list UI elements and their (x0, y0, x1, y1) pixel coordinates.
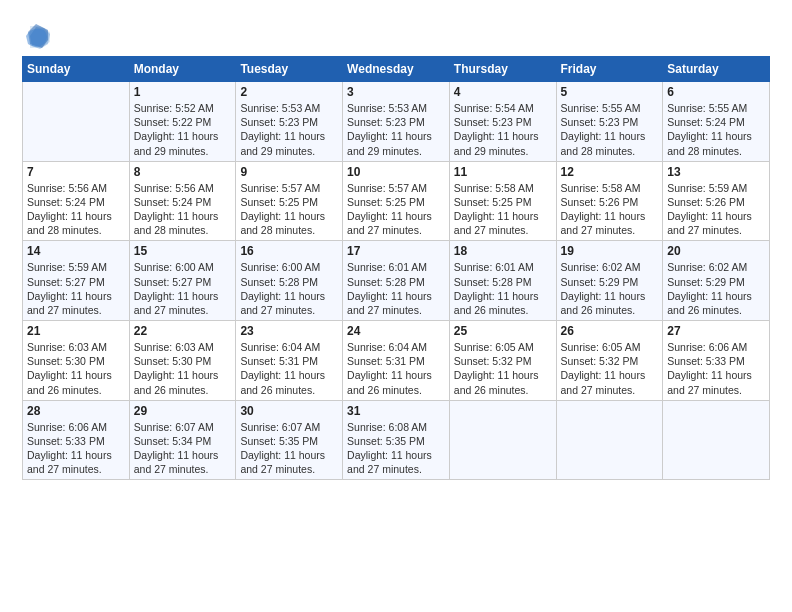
day-cell: 31Sunrise: 6:08 AM Sunset: 5:35 PM Dayli… (343, 400, 450, 480)
header (22, 18, 770, 50)
day-number: 6 (667, 85, 765, 99)
day-cell: 15Sunrise: 6:00 AM Sunset: 5:27 PM Dayli… (129, 241, 236, 321)
day-number: 7 (27, 165, 125, 179)
day-info: Sunrise: 6:02 AM Sunset: 5:29 PM Dayligh… (561, 260, 659, 317)
weekday-header-friday: Friday (556, 57, 663, 82)
day-info: Sunrise: 6:00 AM Sunset: 5:28 PM Dayligh… (240, 260, 338, 317)
day-number: 4 (454, 85, 552, 99)
day-cell: 9Sunrise: 5:57 AM Sunset: 5:25 PM Daylig… (236, 161, 343, 241)
day-cell: 11Sunrise: 5:58 AM Sunset: 5:25 PM Dayli… (449, 161, 556, 241)
day-number: 15 (134, 244, 232, 258)
day-info: Sunrise: 5:58 AM Sunset: 5:26 PM Dayligh… (561, 181, 659, 238)
day-number: 22 (134, 324, 232, 338)
day-info: Sunrise: 6:07 AM Sunset: 5:35 PM Dayligh… (240, 420, 338, 477)
day-number: 3 (347, 85, 445, 99)
calendar: SundayMondayTuesdayWednesdayThursdayFrid… (22, 56, 770, 480)
day-cell (556, 400, 663, 480)
weekday-header-sunday: Sunday (23, 57, 130, 82)
day-cell: 12Sunrise: 5:58 AM Sunset: 5:26 PM Dayli… (556, 161, 663, 241)
day-number: 2 (240, 85, 338, 99)
day-cell: 1Sunrise: 5:52 AM Sunset: 5:22 PM Daylig… (129, 82, 236, 162)
day-cell: 25Sunrise: 6:05 AM Sunset: 5:32 PM Dayli… (449, 321, 556, 401)
day-cell: 30Sunrise: 6:07 AM Sunset: 5:35 PM Dayli… (236, 400, 343, 480)
day-info: Sunrise: 6:00 AM Sunset: 5:27 PM Dayligh… (134, 260, 232, 317)
day-cell: 4Sunrise: 5:54 AM Sunset: 5:23 PM Daylig… (449, 82, 556, 162)
day-number: 17 (347, 244, 445, 258)
day-info: Sunrise: 5:54 AM Sunset: 5:23 PM Dayligh… (454, 101, 552, 158)
day-info: Sunrise: 6:06 AM Sunset: 5:33 PM Dayligh… (27, 420, 125, 477)
day-number: 20 (667, 244, 765, 258)
day-cell: 8Sunrise: 5:56 AM Sunset: 5:24 PM Daylig… (129, 161, 236, 241)
day-info: Sunrise: 5:59 AM Sunset: 5:27 PM Dayligh… (27, 260, 125, 317)
day-cell: 10Sunrise: 5:57 AM Sunset: 5:25 PM Dayli… (343, 161, 450, 241)
day-info: Sunrise: 5:58 AM Sunset: 5:25 PM Dayligh… (454, 181, 552, 238)
day-cell: 13Sunrise: 5:59 AM Sunset: 5:26 PM Dayli… (663, 161, 770, 241)
day-cell: 28Sunrise: 6:06 AM Sunset: 5:33 PM Dayli… (23, 400, 130, 480)
day-info: Sunrise: 6:01 AM Sunset: 5:28 PM Dayligh… (454, 260, 552, 317)
day-info: Sunrise: 5:56 AM Sunset: 5:24 PM Dayligh… (27, 181, 125, 238)
day-cell: 29Sunrise: 6:07 AM Sunset: 5:34 PM Dayli… (129, 400, 236, 480)
day-cell: 3Sunrise: 5:53 AM Sunset: 5:23 PM Daylig… (343, 82, 450, 162)
day-info: Sunrise: 5:59 AM Sunset: 5:26 PM Dayligh… (667, 181, 765, 238)
day-info: Sunrise: 5:57 AM Sunset: 5:25 PM Dayligh… (347, 181, 445, 238)
day-number: 19 (561, 244, 659, 258)
day-info: Sunrise: 5:52 AM Sunset: 5:22 PM Dayligh… (134, 101, 232, 158)
day-cell: 16Sunrise: 6:00 AM Sunset: 5:28 PM Dayli… (236, 241, 343, 321)
day-number: 8 (134, 165, 232, 179)
day-number: 10 (347, 165, 445, 179)
day-info: Sunrise: 6:01 AM Sunset: 5:28 PM Dayligh… (347, 260, 445, 317)
day-number: 11 (454, 165, 552, 179)
day-cell (23, 82, 130, 162)
day-number: 18 (454, 244, 552, 258)
day-number: 16 (240, 244, 338, 258)
day-cell: 19Sunrise: 6:02 AM Sunset: 5:29 PM Dayli… (556, 241, 663, 321)
week-row-3: 14Sunrise: 5:59 AM Sunset: 5:27 PM Dayli… (23, 241, 770, 321)
week-row-5: 28Sunrise: 6:06 AM Sunset: 5:33 PM Dayli… (23, 400, 770, 480)
week-row-4: 21Sunrise: 6:03 AM Sunset: 5:30 PM Dayli… (23, 321, 770, 401)
day-number: 29 (134, 404, 232, 418)
day-cell: 18Sunrise: 6:01 AM Sunset: 5:28 PM Dayli… (449, 241, 556, 321)
day-cell: 2Sunrise: 5:53 AM Sunset: 5:23 PM Daylig… (236, 82, 343, 162)
logo (22, 22, 54, 50)
week-row-1: 1Sunrise: 5:52 AM Sunset: 5:22 PM Daylig… (23, 82, 770, 162)
day-number: 13 (667, 165, 765, 179)
weekday-header-tuesday: Tuesday (236, 57, 343, 82)
day-info: Sunrise: 6:08 AM Sunset: 5:35 PM Dayligh… (347, 420, 445, 477)
day-cell: 26Sunrise: 6:05 AM Sunset: 5:32 PM Dayli… (556, 321, 663, 401)
day-number: 14 (27, 244, 125, 258)
day-cell: 24Sunrise: 6:04 AM Sunset: 5:31 PM Dayli… (343, 321, 450, 401)
day-info: Sunrise: 5:57 AM Sunset: 5:25 PM Dayligh… (240, 181, 338, 238)
day-number: 24 (347, 324, 445, 338)
day-info: Sunrise: 6:02 AM Sunset: 5:29 PM Dayligh… (667, 260, 765, 317)
day-number: 23 (240, 324, 338, 338)
day-cell (663, 400, 770, 480)
day-info: Sunrise: 5:55 AM Sunset: 5:23 PM Dayligh… (561, 101, 659, 158)
logo-icon (22, 22, 50, 50)
day-number: 31 (347, 404, 445, 418)
day-info: Sunrise: 6:04 AM Sunset: 5:31 PM Dayligh… (240, 340, 338, 397)
day-info: Sunrise: 5:53 AM Sunset: 5:23 PM Dayligh… (240, 101, 338, 158)
day-number: 30 (240, 404, 338, 418)
day-info: Sunrise: 5:56 AM Sunset: 5:24 PM Dayligh… (134, 181, 232, 238)
day-number: 21 (27, 324, 125, 338)
day-info: Sunrise: 6:03 AM Sunset: 5:30 PM Dayligh… (27, 340, 125, 397)
day-info: Sunrise: 6:04 AM Sunset: 5:31 PM Dayligh… (347, 340, 445, 397)
weekday-header-row: SundayMondayTuesdayWednesdayThursdayFrid… (23, 57, 770, 82)
day-cell: 27Sunrise: 6:06 AM Sunset: 5:33 PM Dayli… (663, 321, 770, 401)
weekday-header-thursday: Thursday (449, 57, 556, 82)
weekday-header-wednesday: Wednesday (343, 57, 450, 82)
day-cell: 7Sunrise: 5:56 AM Sunset: 5:24 PM Daylig… (23, 161, 130, 241)
day-cell: 17Sunrise: 6:01 AM Sunset: 5:28 PM Dayli… (343, 241, 450, 321)
day-number: 5 (561, 85, 659, 99)
day-cell: 22Sunrise: 6:03 AM Sunset: 5:30 PM Dayli… (129, 321, 236, 401)
day-cell: 20Sunrise: 6:02 AM Sunset: 5:29 PM Dayli… (663, 241, 770, 321)
day-cell: 5Sunrise: 5:55 AM Sunset: 5:23 PM Daylig… (556, 82, 663, 162)
week-row-2: 7Sunrise: 5:56 AM Sunset: 5:24 PM Daylig… (23, 161, 770, 241)
day-info: Sunrise: 5:53 AM Sunset: 5:23 PM Dayligh… (347, 101, 445, 158)
day-info: Sunrise: 6:05 AM Sunset: 5:32 PM Dayligh… (454, 340, 552, 397)
day-number: 25 (454, 324, 552, 338)
day-info: Sunrise: 6:03 AM Sunset: 5:30 PM Dayligh… (134, 340, 232, 397)
day-cell: 14Sunrise: 5:59 AM Sunset: 5:27 PM Dayli… (23, 241, 130, 321)
day-cell (449, 400, 556, 480)
day-number: 12 (561, 165, 659, 179)
